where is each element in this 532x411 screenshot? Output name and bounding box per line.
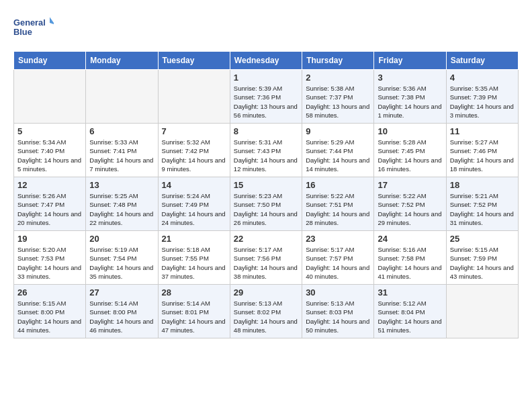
day-info: Sunrise: 5:39 AM Sunset: 7:36 PM Dayligh… [234, 84, 298, 120]
day-number: 25 [450, 234, 515, 244]
day-info: Sunrise: 5:34 AM Sunset: 7:40 PM Dayligh… [17, 138, 82, 173]
calendar-cell: 20Sunrise: 5:19 AM Sunset: 7:54 PM Dayli… [86, 231, 158, 285]
calendar-cell: 6Sunrise: 5:33 AM Sunset: 7:41 PM Daylig… [86, 124, 158, 177]
calendar-cell [14, 70, 86, 124]
calendar-cell: 9Sunrise: 5:29 AM Sunset: 7:44 PM Daylig… [302, 124, 374, 177]
day-number: 24 [378, 234, 442, 244]
week-row-2: 5Sunrise: 5:34 AM Sunset: 7:40 PM Daylig… [14, 124, 519, 177]
day-number: 16 [306, 180, 370, 190]
weekday-header-saturday: Saturday [446, 52, 518, 70]
day-number: 23 [306, 234, 370, 244]
calendar-cell: 30Sunrise: 5:13 AM Sunset: 8:03 PM Dayli… [302, 285, 374, 338]
day-info: Sunrise: 5:35 AM Sunset: 7:39 PM Dayligh… [450, 84, 515, 120]
day-info: Sunrise: 5:18 AM Sunset: 7:55 PM Dayligh… [162, 245, 226, 281]
calendar-cell: 5Sunrise: 5:34 AM Sunset: 7:40 PM Daylig… [14, 124, 86, 177]
weekday-header-monday: Monday [86, 52, 158, 70]
day-number: 6 [89, 126, 154, 136]
day-info: Sunrise: 5:28 AM Sunset: 7:45 PM Dayligh… [378, 138, 442, 173]
day-info: Sunrise: 5:31 AM Sunset: 7:43 PM Dayligh… [234, 138, 298, 173]
day-info: Sunrise: 5:19 AM Sunset: 7:54 PM Dayligh… [89, 245, 154, 281]
day-number: 30 [306, 287, 370, 298]
day-number: 21 [162, 234, 226, 244]
calendar-cell [446, 285, 518, 338]
calendar-cell: 7Sunrise: 5:32 AM Sunset: 7:42 PM Daylig… [158, 124, 230, 177]
calendar-cell: 22Sunrise: 5:17 AM Sunset: 7:56 PM Dayli… [230, 231, 302, 285]
week-row-5: 26Sunrise: 5:15 AM Sunset: 8:00 PM Dayli… [14, 285, 519, 338]
calendar-cell: 1Sunrise: 5:39 AM Sunset: 7:36 PM Daylig… [230, 70, 302, 124]
day-info: Sunrise: 5:16 AM Sunset: 7:58 PM Dayligh… [378, 245, 442, 281]
svg-text:Blue: Blue [13, 27, 32, 37]
day-number: 8 [234, 126, 298, 136]
week-row-3: 12Sunrise: 5:26 AM Sunset: 7:47 PM Dayli… [14, 177, 519, 231]
calendar-cell: 18Sunrise: 5:21 AM Sunset: 7:52 PM Dayli… [446, 177, 518, 231]
weekday-header-sunday: Sunday [14, 52, 86, 70]
calendar-cell: 29Sunrise: 5:13 AM Sunset: 8:02 PM Dayli… [230, 285, 302, 338]
weekday-header-row: SundayMondayTuesdayWednesdayThursdayFrid… [14, 52, 519, 70]
day-number: 15 [234, 180, 298, 190]
day-number: 4 [450, 73, 515, 83]
day-number: 3 [378, 73, 442, 83]
day-number: 10 [378, 126, 442, 136]
calendar-cell: 26Sunrise: 5:15 AM Sunset: 8:00 PM Dayli… [14, 285, 86, 338]
day-number: 27 [89, 287, 154, 298]
day-number: 26 [17, 287, 82, 298]
svg-marker-2 [50, 17, 54, 24]
day-info: Sunrise: 5:23 AM Sunset: 7:50 PM Dayligh… [234, 191, 298, 227]
day-info: Sunrise: 5:14 AM Sunset: 8:00 PM Dayligh… [89, 299, 154, 334]
day-number: 5 [17, 126, 82, 136]
calendar-cell: 17Sunrise: 5:22 AM Sunset: 7:52 PM Dayli… [374, 177, 446, 231]
calendar-cell: 16Sunrise: 5:22 AM Sunset: 7:51 PM Dayli… [302, 177, 374, 231]
calendar-cell: 14Sunrise: 5:24 AM Sunset: 7:49 PM Dayli… [158, 177, 230, 231]
calendar-cell: 10Sunrise: 5:28 AM Sunset: 7:45 PM Dayli… [374, 124, 446, 177]
svg-text:General: General [13, 17, 46, 28]
day-info: Sunrise: 5:17 AM Sunset: 7:57 PM Dayligh… [306, 245, 370, 281]
calendar-cell: 12Sunrise: 5:26 AM Sunset: 7:47 PM Dayli… [14, 177, 86, 231]
day-info: Sunrise: 5:15 AM Sunset: 8:00 PM Dayligh… [17, 299, 82, 334]
day-number: 7 [162, 126, 226, 136]
day-number: 31 [378, 287, 442, 298]
calendar-cell: 4Sunrise: 5:35 AM Sunset: 7:39 PM Daylig… [446, 70, 518, 124]
calendar-cell: 13Sunrise: 5:25 AM Sunset: 7:48 PM Dayli… [86, 177, 158, 231]
day-info: Sunrise: 5:33 AM Sunset: 7:41 PM Dayligh… [89, 138, 154, 173]
day-number: 2 [306, 73, 370, 83]
calendar-cell: 24Sunrise: 5:16 AM Sunset: 7:58 PM Dayli… [374, 231, 446, 285]
calendar-cell: 25Sunrise: 5:15 AM Sunset: 7:59 PM Dayli… [446, 231, 518, 285]
day-info: Sunrise: 5:32 AM Sunset: 7:42 PM Dayligh… [162, 138, 226, 173]
day-number: 1 [234, 73, 298, 83]
day-number: 29 [234, 287, 298, 298]
day-info: Sunrise: 5:24 AM Sunset: 7:49 PM Dayligh… [162, 191, 226, 227]
day-info: Sunrise: 5:13 AM Sunset: 8:03 PM Dayligh… [306, 299, 370, 334]
calendar-cell: 19Sunrise: 5:20 AM Sunset: 7:53 PM Dayli… [14, 231, 86, 285]
day-info: Sunrise: 5:14 AM Sunset: 8:01 PM Dayligh… [162, 299, 226, 334]
weekday-header-friday: Friday [374, 52, 446, 70]
day-number: 12 [17, 180, 82, 190]
day-info: Sunrise: 5:26 AM Sunset: 7:47 PM Dayligh… [17, 191, 82, 227]
day-info: Sunrise: 5:22 AM Sunset: 7:51 PM Dayligh… [306, 191, 370, 227]
day-info: Sunrise: 5:17 AM Sunset: 7:56 PM Dayligh… [234, 245, 298, 281]
calendar-cell: 11Sunrise: 5:27 AM Sunset: 7:46 PM Dayli… [446, 124, 518, 177]
calendar-table: SundayMondayTuesdayWednesdayThursdayFrid… [13, 51, 519, 338]
day-info: Sunrise: 5:21 AM Sunset: 7:52 PM Dayligh… [450, 191, 515, 227]
week-row-1: 1Sunrise: 5:39 AM Sunset: 7:36 PM Daylig… [14, 70, 519, 124]
calendar-cell: 15Sunrise: 5:23 AM Sunset: 7:50 PM Dayli… [230, 177, 302, 231]
calendar-cell: 8Sunrise: 5:31 AM Sunset: 7:43 PM Daylig… [230, 124, 302, 177]
day-number: 9 [306, 126, 370, 136]
calendar-cell: 28Sunrise: 5:14 AM Sunset: 8:01 PM Dayli… [158, 285, 230, 338]
day-info: Sunrise: 5:22 AM Sunset: 7:52 PM Dayligh… [378, 191, 442, 227]
day-number: 22 [234, 234, 298, 244]
calendar-cell: 31Sunrise: 5:12 AM Sunset: 8:04 PM Dayli… [374, 285, 446, 338]
day-number: 13 [89, 180, 154, 190]
day-info: Sunrise: 5:20 AM Sunset: 7:53 PM Dayligh… [17, 245, 82, 281]
day-info: Sunrise: 5:13 AM Sunset: 8:02 PM Dayligh… [234, 299, 298, 334]
calendar-cell [86, 70, 158, 124]
weekday-header-wednesday: Wednesday [230, 52, 302, 70]
day-number: 19 [17, 234, 82, 244]
calendar-cell: 21Sunrise: 5:18 AM Sunset: 7:55 PM Dayli… [158, 231, 230, 285]
logo: General Blue [13, 13, 54, 40]
day-number: 20 [89, 234, 154, 244]
page-header: General Blue [13, 13, 519, 40]
day-info: Sunrise: 5:27 AM Sunset: 7:46 PM Dayligh… [450, 138, 515, 173]
calendar-cell: 2Sunrise: 5:38 AM Sunset: 7:37 PM Daylig… [302, 70, 374, 124]
calendar-cell: 27Sunrise: 5:14 AM Sunset: 8:00 PM Dayli… [86, 285, 158, 338]
day-info: Sunrise: 5:38 AM Sunset: 7:37 PM Dayligh… [306, 84, 370, 120]
